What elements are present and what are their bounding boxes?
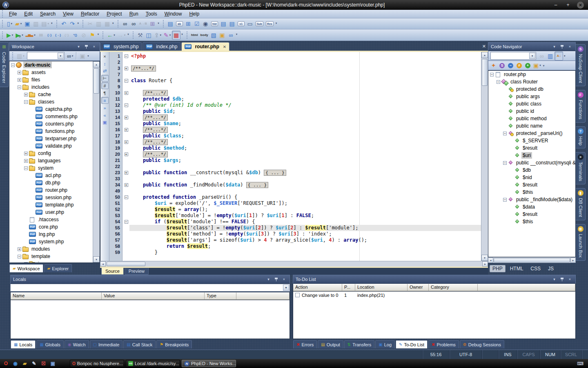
fold-marker[interactable]: +	[125, 140, 128, 144]
outdent-button[interactable]: «	[101, 112, 109, 119]
tree-item[interactable]: +assets	[9, 69, 94, 76]
tree-item[interactable]: $result	[488, 211, 575, 218]
tree-item[interactable]: PHPacl.php	[9, 172, 94, 179]
tab-db-client[interactable]: ▮DB Client	[576, 188, 586, 220]
menu-project[interactable]: Project	[103, 10, 125, 18]
nav-sort-button[interactable]: A↓	[555, 52, 563, 61]
folded-region[interactable]: /**...*/	[143, 114, 168, 121]
code-line[interactable]: public $name;	[129, 121, 481, 127]
tree-item[interactable]: PHPtemplate.php	[9, 201, 94, 209]
code-line[interactable]: /**...*/	[129, 65, 481, 72]
code-line[interactable]	[129, 164, 481, 170]
button-widget-button[interactable]: ▭	[246, 19, 254, 28]
close-tab-icon[interactable]: ✕	[223, 45, 226, 49]
nav-show-private-button[interactable]: −	[506, 61, 515, 70]
menu-grip[interactable]	[2, 10, 4, 18]
code-line[interactable]: protected function _parseUri() {	[129, 194, 481, 200]
code-line[interactable]: if ($result['module'] !== FALSE) {	[129, 219, 481, 225]
todo-close-button[interactable]: ×	[567, 276, 573, 282]
scroll-thumb[interactable]	[482, 59, 488, 86]
open-file-button[interactable]: ▰▾	[14, 19, 23, 28]
maximize-button[interactable]: +	[565, 2, 571, 8]
step-into-button[interactable]: {↓}	[45, 31, 54, 40]
folded-region[interactable]: /**...*/	[143, 90, 168, 96]
desktop-quick-icon[interactable]: ▣	[49, 360, 57, 367]
fold-marker[interactable]: −	[125, 195, 128, 199]
notes-quick-icon[interactable]: ✎	[30, 360, 38, 367]
scroll-down-icon[interactable]: ▾	[93, 256, 100, 263]
code-line[interactable]: /** @var (int) Id of module */	[129, 102, 481, 108]
fold-marker[interactable]: +	[125, 171, 128, 175]
select-block-button[interactable]: ⊞	[148, 19, 157, 28]
tree-item[interactable]: public name	[488, 122, 575, 130]
break-hand-button[interactable]: ⚑	[88, 31, 97, 40]
tab-problems[interactable]: ✖Problems	[428, 340, 459, 348]
tab-locals[interactable]: ▦Locals	[11, 340, 36, 348]
column-header-owner[interactable]: Owner	[408, 284, 429, 291]
scroll-down-icon[interactable]: ▾	[481, 255, 488, 261]
tree-expander[interactable]: −	[24, 166, 28, 170]
code-line[interactable]: /**...*/	[129, 114, 481, 121]
tab-breakpoints[interactable]: ⚑Breakpoints	[156, 340, 192, 348]
chevron-down-icon[interactable]: ▾	[58, 53, 64, 59]
tree-expander[interactable]: +	[18, 71, 21, 74]
document-tab-index.php[interactable]: PHPindex.php	[143, 42, 180, 51]
scroll-up-icon[interactable]: ▴	[481, 52, 488, 58]
tab-code-explorer[interactable]: ⊞ Code Explorer	[0, 42, 9, 87]
code-line[interactable]	[129, 59, 481, 65]
tree-item[interactable]: public method	[488, 115, 575, 122]
tree-expander[interactable]: −	[11, 63, 15, 67]
xwindow-quick-icon[interactable]: ☒	[40, 360, 47, 367]
navigator-pin-button[interactable]	[559, 44, 565, 49]
toolbar-overflow-icon[interactable]: ▾	[98, 33, 99, 36]
tab-transfers[interactable]: ⇅Transfers	[344, 340, 374, 348]
publish-button[interactable]: ⇪▾	[153, 31, 163, 40]
tree-item[interactable]: −class Router	[488, 78, 575, 85]
document-tab-router.php[interactable]: PHProuter.php✕	[181, 42, 229, 51]
tab-globals[interactable]: ▦Globals	[36, 340, 64, 348]
tree-item[interactable]: +modules	[9, 245, 94, 253]
submit-widget-button[interactable]: Sub	[254, 19, 265, 28]
fold-marker[interactable]: −	[125, 103, 128, 107]
tree-item[interactable]: PHPcounters.php	[9, 120, 94, 128]
taskbar-task[interactable]: OВопрос по Nusphere...	[70, 360, 124, 367]
scroll-thumb[interactable]	[494, 258, 570, 263]
tree-item[interactable]: −dark-music	[9, 61, 94, 69]
navigator-horizontal-scrollbar[interactable]: ◂ ▸	[488, 257, 576, 263]
menu-file[interactable]: File	[5, 10, 20, 18]
listbox-widget-button[interactable]: ▤	[219, 19, 228, 28]
minimize-button[interactable]: –	[552, 2, 559, 8]
code-line[interactable]: /**...*/	[129, 139, 481, 145]
tree-item[interactable]: $result	[488, 181, 575, 188]
locals-menu-button[interactable]: ▾	[265, 276, 272, 282]
chevron-down-icon[interactable]: ▾	[529, 53, 535, 59]
tree-item[interactable]: $this	[488, 188, 575, 196]
tree-item[interactable]: $nid	[488, 174, 575, 181]
body-tag-button[interactable]: body	[199, 31, 209, 40]
locals-pin-button[interactable]	[273, 276, 279, 282]
tab-call-stack[interactable]: ▤Call Stack	[123, 340, 156, 348]
language-tab-html[interactable]: HTML	[507, 265, 526, 272]
close-document-button[interactable]: ✕	[482, 44, 486, 49]
tree-item[interactable]: $db	[488, 166, 575, 174]
fold-marker[interactable]: −	[125, 79, 128, 83]
redo-button[interactable]: ↷	[68, 19, 77, 28]
tree-expander[interactable]: +	[18, 247, 21, 251]
code-line[interactable]: <?php	[129, 53, 481, 59]
scroll-right-icon[interactable]: ▸	[482, 261, 488, 267]
column-header-p[interactable]: P...	[342, 284, 355, 291]
menu-run[interactable]: Run	[126, 10, 142, 18]
toolbar-overflow-icon[interactable]: ▾	[78, 22, 79, 25]
nav-filter-combo[interactable]: ▾	[490, 52, 536, 60]
code-line[interactable]: $result['module'] = !empty($uri[1]) ? $u…	[129, 213, 481, 219]
folded-region[interactable]: /**...*/	[131, 65, 156, 72]
document-tab-system.php[interactable]: PHPsystem.php	[100, 42, 142, 51]
find-button[interactable]: ∞	[121, 19, 129, 28]
tree-expander[interactable]: −	[18, 255, 21, 258]
menu-search[interactable]: Search	[36, 10, 59, 18]
column-header-type[interactable]: Type	[205, 292, 236, 300]
tree-item[interactable]: public class	[488, 100, 575, 108]
tab-watch[interactable]: ◉Watch	[65, 340, 89, 348]
fold-marker[interactable]: +	[125, 67, 128, 70]
html-tag-button[interactable]: html	[190, 31, 199, 40]
